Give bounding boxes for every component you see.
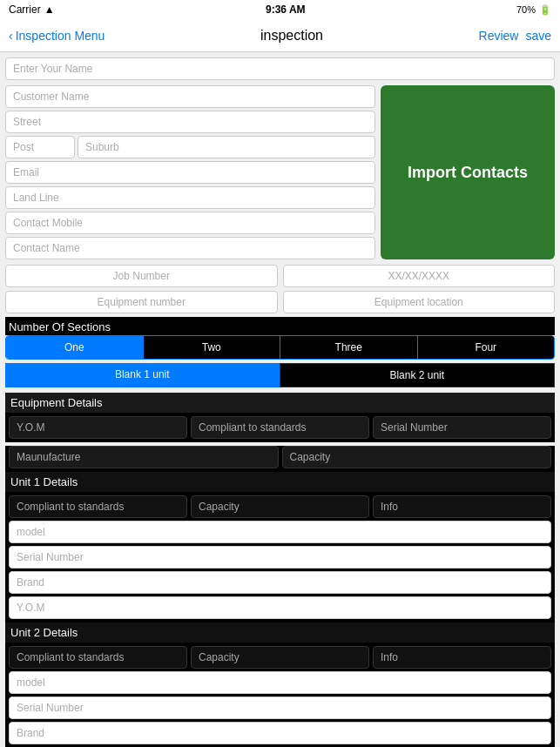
customer-name-input[interactable] [5,85,375,108]
blank-tab-2[interactable]: Blank 2 unit [280,363,556,387]
battery-label: 70% [516,4,536,15]
nav-actions: Review save [479,29,551,43]
carrier-label: Carrier [9,3,41,16]
contact-name-input[interactable] [5,237,375,259]
serial-number-input[interactable] [373,416,551,439]
unit1-serial-input[interactable] [9,546,551,569]
blank-tabs: Blank 1 unit Blank 2 unit [5,363,555,387]
unit1-capacity-input[interactable] [191,495,369,518]
equipment-number-input[interactable] [5,291,278,313]
status-bar-right: 70% 🔋 [516,4,551,16]
unit2-capacity-input[interactable] [191,646,369,669]
unit2-serial-input[interactable] [9,697,551,719]
job-row [5,265,555,287]
name-input-row [5,57,555,80]
equipment-details-header: Equipment Details [5,393,555,413]
sections-tabs: One Two Three Four [5,335,555,360]
unit2-compliant-input[interactable] [9,646,187,669]
equipment-fields [5,413,555,442]
content-area: Import Contacts Number Of Sections One T… [0,52,560,747]
contact-mobile-input[interactable] [5,212,375,234]
wifi-icon: ▲ [44,3,55,16]
status-bar-time: 9:36 AM [266,3,306,16]
yom-input[interactable] [9,416,187,439]
job-number-left [5,265,278,287]
job-number-right [283,265,556,287]
equipment-location-input[interactable] [283,291,556,313]
capacity-input[interactable] [282,446,552,468]
save-button[interactable]: save [525,29,551,43]
unit2-header: Unit 2 Details [5,622,555,643]
job-number-right-input[interactable] [283,265,556,287]
equipment-row [5,291,555,313]
unit1-compliant-input[interactable] [9,495,187,518]
post-suburb-row [5,136,375,158]
compliant-input[interactable] [191,416,369,439]
mfg-capacity-row [5,446,555,472]
street-input[interactable] [5,111,375,133]
tab-two[interactable]: Two [144,336,281,359]
landline-input[interactable] [5,186,375,209]
nav-bar: ‹ Inspection Menu inspection Review save [0,19,560,52]
unit1-fields [5,492,555,622]
number-of-sections-label: Number Of Sections [5,317,555,335]
unit1-model-input[interactable] [9,521,551,543]
status-bar: Carrier ▲ 9:36 AM 70% 🔋 [0,0,560,19]
unit1-info-input[interactable] [373,495,551,518]
unit1-row1 [9,495,551,518]
unit2-fields [5,643,555,747]
left-fields [5,85,375,259]
back-label: Inspection Menu [16,29,105,43]
unit2-brand-input[interactable] [9,722,551,744]
tab-three[interactable]: Three [280,336,418,359]
back-button[interactable]: ‹ Inspection Menu [9,29,105,43]
equipment-location-col [283,291,556,313]
manufacture-input[interactable] [9,446,279,468]
unit2-info-input[interactable] [373,646,551,669]
status-bar-left: Carrier ▲ [9,3,55,16]
job-number-input[interactable] [5,265,278,287]
main-section: Import Contacts [5,85,555,259]
battery-icon: 🔋 [539,4,551,16]
page-title: inspection [260,28,323,44]
unit1-brand-input[interactable] [9,571,551,594]
back-chevron-icon: ‹ [9,29,13,43]
name-input[interactable] [5,57,555,80]
blank-tab-1[interactable]: Blank 1 unit [5,363,280,387]
unit1-yom-input[interactable] [9,596,551,619]
unit2-model-input[interactable] [9,671,551,694]
review-button[interactable]: Review [479,29,519,43]
equipment-number-col [5,291,278,313]
email-input[interactable] [5,161,375,184]
tab-four[interactable]: Four [418,336,555,359]
unit2-row1 [9,646,551,669]
post-input[interactable] [5,136,75,158]
import-contacts-button[interactable]: Import Contacts [381,85,555,259]
unit1-header: Unit 1 Details [5,472,555,492]
tab-one[interactable]: One [6,336,144,359]
suburb-input[interactable] [78,136,375,158]
